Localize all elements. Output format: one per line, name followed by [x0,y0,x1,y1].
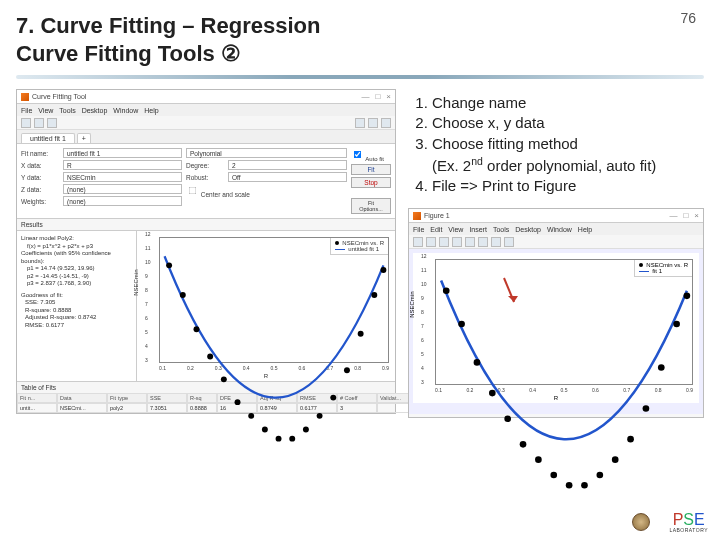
fig-menu-window[interactable]: Window [547,226,572,233]
fit-button[interactable]: Fit [351,164,391,175]
zdata-select[interactable]: (none) [63,184,182,194]
fig-menu-desktop[interactable]: Desktop [515,226,541,233]
cftool-window: Curve Fitting Tool — □ × File View Tools… [16,89,396,414]
cftool-plot[interactable]: NSECmin vs. R untitled fit 1 NSECmin R 1… [137,231,395,381]
open-icon[interactable] [21,118,31,128]
fit-tab-1[interactable]: untitled fit 1 [21,133,75,143]
res-l6: p3 = 2.837 (1.768, 3.90) [21,280,132,288]
grid-icon[interactable] [355,118,365,128]
weights-label: Weights: [21,198,59,205]
fig-ylabel: NSECmin [409,292,415,318]
maximize-icon[interactable]: □ [683,211,688,220]
layout3-icon[interactable] [381,118,391,128]
svg-point-19 [474,359,481,366]
fig-new-icon[interactable] [413,237,423,247]
figure-titlebar[interactable]: Figure 1 — □ × [409,209,703,223]
fig-zoomin-icon[interactable] [465,237,475,247]
weights-select[interactable]: (none) [63,196,182,206]
slide-title: 7. Curve Fitting – Regression Curve Fitt… [16,12,704,67]
instruction-3: Choose fitting method (Ex. 2nd order pol… [432,134,702,177]
svg-point-1 [180,292,186,298]
menu-file[interactable]: File [21,107,32,114]
add-fit-tab[interactable]: + [77,133,91,143]
tof-row-0[interactable]: untit... [17,403,57,413]
university-logo [619,510,663,534]
gof-1: Goodness of fit: [21,292,132,300]
svg-point-29 [627,436,634,443]
stop-button[interactable]: Stop [351,177,391,188]
matlab-icon [21,93,29,101]
fit-tabs: untitled fit 1 + [17,130,395,144]
matlab-icon [413,212,421,220]
fig-menu-tools[interactable]: Tools [493,226,509,233]
config-right: Auto fit Fit Stop Fit Options... [351,148,391,214]
svg-point-24 [550,472,557,479]
svg-point-30 [643,405,650,412]
svg-point-18 [458,321,465,328]
svg-point-7 [262,427,268,433]
menu-tools[interactable]: Tools [59,107,75,114]
menu-window[interactable]: Window [113,107,138,114]
autofit-checkbox[interactable] [354,151,362,159]
fig-print-icon[interactable] [439,237,449,247]
xdata-select[interactable]: R [63,160,182,170]
arrow-icon [500,278,520,308]
center-label: Center and scale [201,191,250,198]
minimize-icon[interactable]: — [361,92,369,101]
pse-p: P [673,511,684,528]
instruction-3b-sup: nd [471,155,483,167]
fig-menu-file[interactable]: File [413,226,424,233]
svg-point-12 [330,395,336,401]
layout2-icon[interactable] [368,118,378,128]
fig-save-icon[interactable] [426,237,436,247]
robust-select[interactable]: Off [228,172,347,182]
red-arrow [500,278,520,308]
fig-plot-box [435,259,693,385]
fig-rotate-icon[interactable] [504,237,514,247]
ydata-select[interactable]: NSECmin [63,172,182,182]
svg-point-10 [303,427,309,433]
instruction-3b-post: order polynomial, auto fit) [483,157,656,174]
tof-col-0[interactable]: Fit n... [17,393,57,403]
title-line2: Curve Fitting Tools ② [16,41,241,66]
svg-point-4 [221,376,227,382]
figure-plot[interactable]: NSECmin vs. R fit 1 NSECmin R 1211109876… [413,253,699,403]
fig-arrow-icon[interactable] [452,237,462,247]
close-icon[interactable]: × [386,92,391,101]
menu-desktop[interactable]: Desktop [82,107,108,114]
svg-point-5 [235,399,241,405]
instruction-3b-pre: (Ex. 2 [432,157,471,174]
menu-view[interactable]: View [38,107,53,114]
zdata-label: Z data: [21,186,59,193]
fig-menu-view[interactable]: View [448,226,463,233]
res-l4: p1 = 14.74 (9.523, 19.96) [21,265,132,273]
res-l3: Coefficients (with 95% confidence bounds… [21,250,132,265]
print-icon[interactable] [47,118,57,128]
close-icon[interactable]: × [694,211,699,220]
fig-menu-edit[interactable]: Edit [430,226,442,233]
save-icon[interactable] [34,118,44,128]
svg-point-2 [194,326,200,332]
svg-point-15 [371,292,377,298]
fig-menu-insert[interactable]: Insert [469,226,487,233]
fit-options-button[interactable]: Fit Options... [351,198,391,214]
menu-help[interactable]: Help [144,107,158,114]
tof-col-2[interactable]: Fit type [107,393,147,403]
method-select[interactable]: Polynomial [186,148,347,158]
tof-col-1[interactable]: Data [57,393,107,403]
results-header: Results [17,218,395,230]
minimize-icon[interactable]: — [669,211,677,220]
fitname-input[interactable]: untitled fit 1 [63,148,182,158]
fig-pan-icon[interactable] [491,237,501,247]
window-controls: — □ × [361,92,391,101]
maximize-icon[interactable]: □ [375,92,380,101]
fig-zoomout-icon[interactable] [478,237,488,247]
fig-menu-help[interactable]: Help [578,226,592,233]
svg-point-21 [504,416,511,423]
tof-row-2: poly2 [107,403,147,413]
fig-yticks: 1211109876543 [421,253,427,385]
center-checkbox[interactable] [189,187,197,195]
svg-point-31 [658,364,665,371]
cftool-titlebar[interactable]: Curve Fitting Tool — □ × [17,90,395,104]
degree-select[interactable]: 2 [228,160,347,170]
